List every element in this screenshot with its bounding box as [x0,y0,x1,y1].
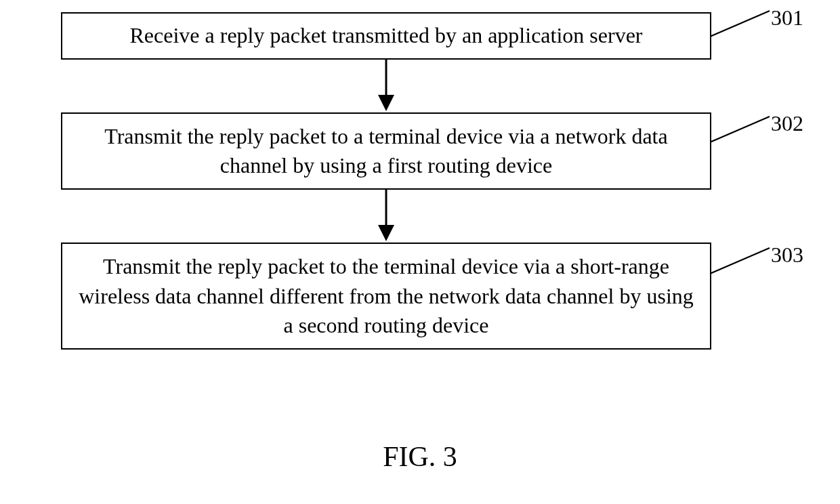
svg-marker-2 [378,95,394,111]
step-1-box: Receive a reply packet transmitted by an… [61,12,711,60]
flowchart: Receive a reply packet transmitted by an… [41,12,799,350]
step-2-ref: 302 [771,111,803,136]
arrow-1 [61,60,711,112]
figure-caption: FIG. 3 [0,440,840,473]
svg-marker-5 [378,225,394,241]
arrow-2 [61,190,711,243]
step-3-ref: 303 [771,243,803,268]
svg-line-0 [710,11,770,37]
svg-line-3 [710,117,770,142]
step-2-box: Transmit the reply packet to a terminal … [61,112,711,190]
step-2-text: Transmit the reply packet to a terminal … [79,122,694,180]
svg-line-6 [710,248,770,274]
step-1-text: Receive a reply packet transmitted by an… [129,21,642,50]
step-1-ref: 301 [771,5,803,30]
step-3-text: Transmit the reply packet to the termina… [79,252,694,340]
step-3-box: Transmit the reply packet to the termina… [61,243,711,350]
